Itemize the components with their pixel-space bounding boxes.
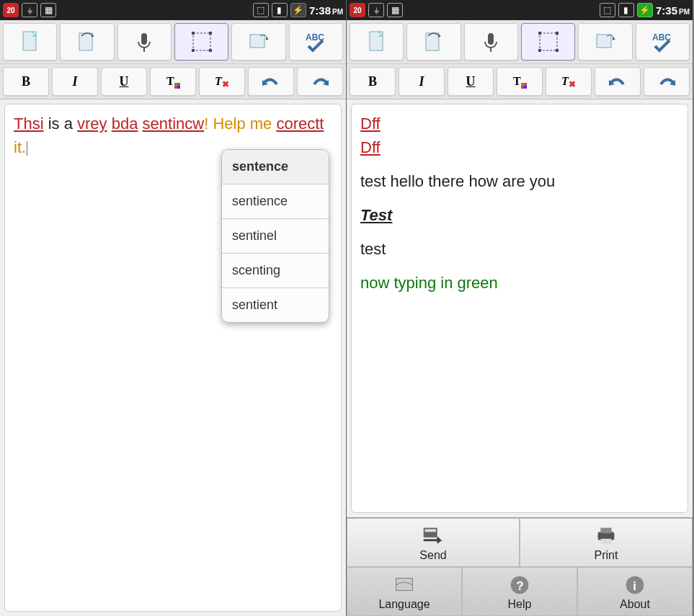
- redo-button[interactable]: [644, 67, 690, 96]
- new-doc-button[interactable]: [3, 23, 57, 61]
- svg-rect-31: [597, 35, 611, 48]
- voice-input-button[interactable]: [117, 23, 172, 61]
- usb-icon: ⏚: [368, 3, 384, 17]
- select-tool-button[interactable]: [174, 23, 228, 61]
- signal-icon: ▮: [272, 3, 288, 17]
- clear-format-button[interactable]: T✖: [199, 67, 245, 96]
- svg-text:T: T: [513, 75, 521, 87]
- svg-rect-5: [193, 33, 210, 50]
- svg-text:?: ?: [516, 579, 523, 593]
- clock: 7:35PM: [656, 4, 690, 17]
- usb-icon: ⏚: [22, 3, 37, 17]
- svg-rect-27: [538, 32, 541, 35]
- spellcheck-button[interactable]: ABC: [289, 23, 343, 61]
- open-doc-button[interactable]: [60, 23, 114, 61]
- menu-send[interactable]: Send: [347, 518, 520, 567]
- undo-button[interactable]: [248, 67, 294, 96]
- format-toolbar: B I U T T✖: [0, 64, 346, 99]
- battery-charging-icon: ⚡: [290, 3, 306, 17]
- status-bar: 20 ⏚ ▦ ⬚ ▮ ⚡ 7:38PM: [0, 0, 346, 20]
- italic-button[interactable]: I: [52, 67, 98, 96]
- misspelled-word[interactable]: Dff: [360, 115, 381, 133]
- select-tool-button[interactable]: [521, 23, 575, 61]
- menu-label: Print: [595, 549, 618, 562]
- menu-about[interactable]: i About: [577, 567, 693, 616]
- editor-line: now typing in green: [360, 271, 679, 295]
- svg-rect-29: [538, 49, 541, 52]
- suggestion-item[interactable]: scenting: [222, 254, 329, 288]
- menu-help[interactable]: ? Help: [462, 567, 577, 616]
- suggestion-item[interactable]: sentient: [222, 288, 329, 322]
- main-toolbar: ABC: [0, 20, 346, 64]
- text-color-button[interactable]: T: [497, 67, 543, 96]
- svg-rect-47: [396, 579, 413, 591]
- svg-rect-16: [177, 86, 180, 89]
- svg-rect-37: [524, 86, 527, 89]
- suggestion-item[interactable]: sentence: [222, 150, 329, 184]
- new-doc-button[interactable]: [350, 23, 404, 61]
- editor-line: test hello there how are you: [360, 169, 679, 193]
- wifi-icon: ⬚: [253, 3, 269, 17]
- wifi-icon: ⬚: [600, 3, 615, 17]
- debug-icon: ▦: [387, 3, 403, 17]
- svg-marker-2: [92, 35, 94, 37]
- menu-label: Language: [378, 598, 430, 611]
- menu-language[interactable]: Language: [347, 567, 462, 616]
- svg-rect-43: [425, 530, 436, 532]
- main-toolbar: ABC: [347, 20, 693, 64]
- underline-button[interactable]: U: [448, 67, 494, 96]
- menu-label: About: [620, 598, 650, 611]
- misspelled-word[interactable]: bda: [112, 115, 138, 133]
- svg-rect-45: [600, 528, 611, 534]
- misspelled-word[interactable]: corectt: [276, 115, 324, 133]
- phone-right: 20 ⏚ ▦ ⬚ ▮ ⚡ 7:35PM ABC B I U T T✖ Dff D…: [347, 0, 693, 616]
- voice-input-button[interactable]: [464, 23, 518, 61]
- text-editor[interactable]: Thsi is a vrey bda sentincw! Help me cor…: [4, 104, 342, 612]
- svg-rect-10: [250, 35, 264, 48]
- underline-button[interactable]: U: [101, 67, 147, 96]
- text-editor[interactable]: Dff Dff test hello there how are you Tes…: [351, 104, 688, 513]
- misspelled-word[interactable]: Dff: [360, 138, 381, 156]
- menu-print[interactable]: Print: [520, 518, 693, 567]
- svg-text:✖: ✖: [222, 79, 229, 89]
- options-menu: Send Print Language ? Help i About: [347, 517, 693, 616]
- svg-text:✖: ✖: [569, 79, 576, 89]
- phone-left: 20 ⏚ ▦ ⬚ ▮ ⚡ 7:38PM ABC B I U T T✖ Thsi …: [0, 0, 347, 616]
- debug-icon: ▦: [40, 3, 56, 17]
- insert-image-button[interactable]: [231, 23, 285, 61]
- misspelled-word[interactable]: sentincw: [143, 115, 205, 133]
- svg-text:i: i: [633, 579, 636, 593]
- svg-rect-3: [141, 33, 147, 45]
- svg-rect-6: [192, 32, 195, 35]
- notification-badge[interactable]: 20: [3, 3, 19, 17]
- clear-format-button[interactable]: T✖: [546, 67, 592, 96]
- menu-label: Help: [508, 598, 532, 611]
- notification-badge[interactable]: 20: [350, 3, 365, 17]
- bold-button[interactable]: B: [350, 67, 396, 96]
- suggestion-item[interactable]: sentinel: [222, 219, 329, 254]
- svg-rect-24: [488, 33, 494, 45]
- svg-rect-7: [209, 32, 212, 35]
- svg-rect-26: [540, 33, 557, 50]
- svg-rect-36: [521, 83, 524, 86]
- italic-button[interactable]: I: [399, 67, 445, 96]
- svg-text:T: T: [166, 75, 174, 87]
- misspelled-word[interactable]: Thsi: [14, 115, 44, 133]
- svg-rect-30: [556, 49, 559, 52]
- status-bar: 20 ⏚ ▦ ⬚ ▮ ⚡ 7:35PM: [347, 0, 693, 20]
- clock: 7:38PM: [309, 4, 343, 17]
- text-color-button[interactable]: T: [150, 67, 196, 96]
- undo-button[interactable]: [595, 67, 641, 96]
- insert-image-button[interactable]: [578, 23, 632, 61]
- signal-icon: ▮: [618, 3, 634, 17]
- spellcheck-button[interactable]: ABC: [636, 23, 690, 61]
- redo-button[interactable]: [297, 67, 343, 96]
- editor-line: test: [360, 237, 679, 261]
- open-doc-button[interactable]: [406, 23, 461, 61]
- bold-button[interactable]: B: [3, 67, 49, 96]
- editor-line: Test: [360, 203, 679, 227]
- svg-rect-15: [174, 83, 177, 86]
- suggestion-item[interactable]: sentience: [222, 184, 329, 219]
- misspelled-word[interactable]: vrey: [77, 115, 107, 133]
- svg-marker-23: [438, 35, 441, 37]
